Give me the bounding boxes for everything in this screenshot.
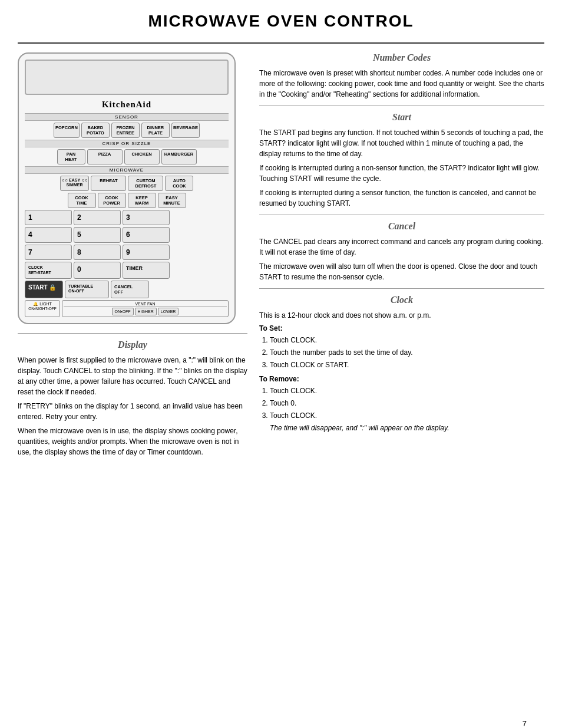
btn-frozen-entree[interactable]: FROZENENTREE [111, 123, 140, 138]
vent-btns: ON•OFF HIGHER LOWER [64, 308, 227, 315]
number-row-1: 1 2 3 [25, 210, 229, 225]
to-remove-step-2: Touch 0. [270, 398, 544, 409]
btn-keep-warm[interactable]: KEEPWARM [128, 193, 156, 208]
btn-custom-defrost[interactable]: CUSTOMDEFROST [128, 176, 163, 191]
number-codes-divider [259, 106, 544, 106]
start-heading: Start [259, 112, 544, 123]
display-heading: Display [18, 340, 247, 350]
light-section[interactable]: 🔔 LIGHT ON•NIGHT•OFF [25, 300, 60, 317]
page-number: 7 [523, 719, 527, 728]
display-text-2: If "RETRY" blinks on the display for 1 s… [18, 401, 247, 422]
btn-reheat[interactable]: REHEAT [91, 176, 126, 191]
top-divider [18, 42, 544, 44]
to-set-step-2: Touch the number pads to set the time of… [270, 347, 544, 358]
btn-cook-power[interactable]: COOKPOWER [98, 193, 126, 208]
crisp-row: PANHEAT PIZZA CHICKEN HAMBURGER [25, 149, 229, 164]
btn-clock-set[interactable]: CLOCKSET•START [25, 262, 72, 279]
cook-row: COOKTIME COOKPOWER KEEPWARM EASYMINUTE [25, 193, 229, 208]
main-layout: KitchenAid SENSOR POPCORN BAKEDPOTATO FR… [18, 52, 544, 461]
panel-divider [18, 333, 247, 334]
page-title: MICROWAVE OVEN CONTROL [18, 12, 544, 31]
number-codes-text: The microwave oven is preset with shortc… [259, 68, 544, 100]
btn-2[interactable]: 2 [74, 210, 121, 225]
cancel-divider [259, 288, 544, 289]
btn-0[interactable]: 0 [74, 262, 121, 279]
start-text-3: If cooking is interrupted during a senso… [259, 187, 544, 209]
vent-section: VENT FAN ON•OFF HIGHER LOWER [62, 300, 229, 317]
start-divider [259, 215, 544, 215]
start-text-1: The START pad begins any function. If no… [259, 127, 544, 159]
clock-intro: This is a 12-hour clock and does not sho… [259, 310, 544, 321]
btn-beverage[interactable]: BEVERAGE [171, 123, 200, 138]
btn-baked-potato[interactable]: BAKEDPOTATO [81, 123, 110, 138]
display-text-1: When power is first supplied to the micr… [18, 355, 247, 397]
to-remove-label: To Remove: [259, 375, 544, 383]
clock-heading: Clock [259, 295, 544, 305]
btn-chicken[interactable]: CHICKEN [124, 149, 160, 164]
btn-timer[interactable]: TIMER [123, 262, 170, 279]
cancel-text-2: The microwave oven will also turn off wh… [259, 261, 544, 282]
btn-cook-time[interactable]: COOKTIME [68, 193, 96, 208]
number-row-2: 4 5 6 [25, 227, 229, 242]
action-row: START 🔒 TURNTABLEON•OFF CANCELOFF [25, 281, 229, 298]
btn-vent-higher[interactable]: HIGHER [135, 308, 157, 315]
btn-8[interactable]: 8 [74, 245, 121, 260]
btn-pan-heat[interactable]: PANHEAT [57, 149, 85, 164]
number-row-0: CLOCKSET•START 0 TIMER [25, 262, 229, 279]
microwave-panel: KitchenAid SENSOR POPCORN BAKEDPOTATO FR… [18, 52, 236, 324]
btn-vent-onoff[interactable]: ON•OFF [112, 308, 134, 315]
to-set-steps: Touch CLOCK. Touch the number pads to se… [270, 335, 544, 371]
btn-5[interactable]: 5 [74, 227, 121, 242]
vent-label: VENT FAN [64, 302, 227, 307]
btn-3[interactable]: 3 [123, 210, 170, 225]
panel-display [25, 60, 229, 95]
to-remove-step-3: Touch CLOCK. [270, 410, 544, 421]
to-remove-step-1: Touch CLOCK. [270, 386, 544, 397]
btn-easy-simmer[interactable]: ♫♫ EASY ♫♫SIMMER [60, 176, 90, 191]
btn-popcorn[interactable]: POPCORN [54, 123, 80, 138]
to-remove-note: The time will disappear, and ":" will ap… [270, 423, 544, 433]
btn-6[interactable]: 6 [123, 227, 170, 242]
cancel-text-1: The CANCEL pad clears any incorrect comm… [259, 236, 544, 258]
btn-auto-cook[interactable]: AUTOCOOK [165, 176, 193, 191]
btn-start[interactable]: START 🔒 [25, 281, 63, 298]
crisp-label: CRISP OR SIZZLE [25, 140, 229, 147]
btn-easy-minute[interactable]: EASYMINUTE [158, 193, 186, 208]
btn-dinner-plate[interactable]: DINNERPLATE [141, 123, 170, 138]
start-text-2: If cooking is interrupted during a non-s… [259, 163, 544, 184]
left-column: KitchenAid SENSOR POPCORN BAKEDPOTATO FR… [18, 52, 247, 461]
btn-4[interactable]: 4 [25, 227, 72, 242]
btn-cancel[interactable]: CANCELOFF [111, 281, 149, 298]
bottom-row: 🔔 LIGHT ON•NIGHT•OFF VENT FAN ON•OFF HIG… [25, 300, 229, 317]
cancel-heading: Cancel [259, 221, 544, 232]
btn-vent-lower[interactable]: LOWER [158, 308, 179, 315]
btn-9[interactable]: 9 [123, 245, 170, 260]
sensor-label: SENSOR [25, 113, 229, 121]
number-codes-heading: Number Codes [259, 52, 544, 63]
sensor-row: POPCORN BAKEDPOTATO FROZENENTREE DINNERP… [25, 123, 229, 138]
btn-pizza[interactable]: PIZZA [87, 149, 123, 164]
to-set-label: To Set: [259, 324, 544, 332]
to-set-step-3: Touch CLOCK or START. [270, 360, 544, 371]
microwave-row: ♫♫ EASY ♫♫SIMMER REHEAT CUSTOMDEFROST AU… [25, 176, 229, 191]
to-set-step-1: Touch CLOCK. [270, 335, 544, 346]
number-row-3: 7 8 9 [25, 245, 229, 260]
right-column: Number Codes The microwave oven is prese… [259, 52, 544, 461]
brand-name: KitchenAid [25, 100, 229, 110]
btn-hamburger[interactable]: HAMBURGER [161, 149, 197, 164]
btn-7[interactable]: 7 [25, 245, 72, 260]
btn-turntable[interactable]: TURNTABLEON•OFF [65, 281, 109, 298]
to-remove-steps: Touch CLOCK. Touch 0. Touch CLOCK. [270, 386, 544, 422]
microwave-label: MICROWAVE [25, 166, 229, 174]
btn-1[interactable]: 1 [25, 210, 72, 225]
display-text-3: When the microwave oven is in use, the d… [18, 426, 247, 457]
